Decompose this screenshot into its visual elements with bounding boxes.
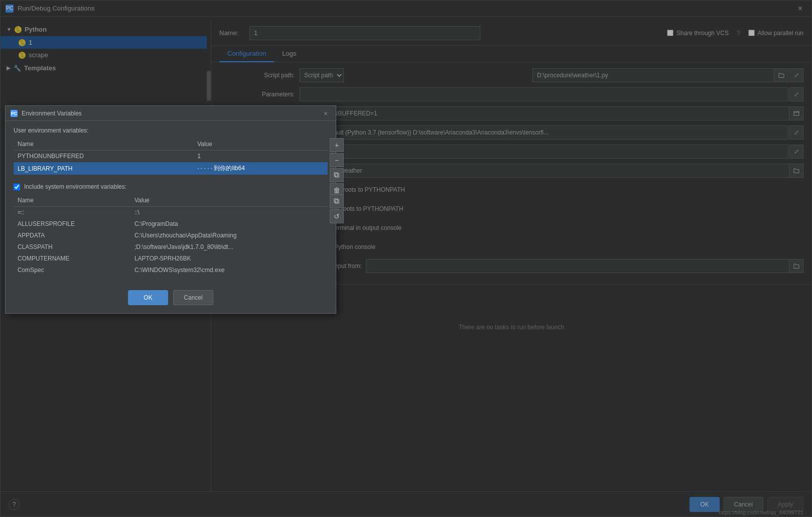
system-table-header-value: Value — [130, 194, 328, 207]
include-system-label: Include system environment variables: — [24, 183, 126, 190]
dialog-body: User environment variables: Name Value P… — [6, 121, 336, 313]
user-add-row-button[interactable]: + — [330, 138, 344, 152]
user-table-header-name: Name — [14, 138, 193, 151]
sys-row-5-value: LAPTOP-5PRH26BK — [130, 253, 328, 265]
dialog-title-bar: PC Environment Variables × — [6, 106, 336, 121]
dialog-title-left: PC Environment Variables — [11, 110, 82, 117]
include-system-checkbox[interactable] — [14, 184, 20, 190]
user-vars-label: User environment variables: — [14, 127, 328, 134]
svg-rect-10 — [334, 173, 338, 176]
sys-row-6-name: ComSpec — [14, 265, 130, 276]
user-table-actions: + − 🗑 — [330, 138, 344, 197]
table-row[interactable]: ComSpec C:\WINDOWS\system32\cmd.exe — [14, 265, 328, 276]
user-row-2-name: LB_LIBRARY_PATH — [14, 162, 193, 175]
table-row[interactable]: LB_LIBRARY_PATH · · · · · 到你的lib64 — [14, 162, 328, 175]
env-variables-dialog: PC Environment Variables × User environm… — [5, 105, 336, 314]
system-table-actions: ↺ — [330, 194, 344, 223]
dialog-buttons: OK Cancel — [14, 284, 328, 307]
sys-row-5-name: COMPUTERNAME — [14, 253, 130, 265]
system-table-header-name: Name — [14, 194, 130, 207]
sys-row-1-name: =:: — [14, 207, 130, 218]
user-table-header-value: Value — [193, 138, 328, 151]
sys-row-1-value: ::\ — [130, 207, 328, 218]
dialog-cancel-button[interactable]: Cancel — [173, 290, 213, 305]
sys-row-2-value: C:\ProgramData — [130, 218, 328, 230]
user-env-table: Name Value PYTHONUNBUFFERED 1 LB_LIBRARY… — [14, 138, 328, 175]
system-table-wrapper: Name Value =:: ::\ ALLUSERSPROFILE C:\Pr… — [14, 194, 328, 276]
system-refresh-button[interactable]: ↺ — [330, 209, 344, 223]
svg-rect-13 — [335, 200, 339, 203]
dialog-title-icon: PC — [11, 110, 18, 117]
dialog-title-text: Environment Variables — [22, 110, 82, 117]
user-remove-row-button[interactable]: − — [330, 153, 344, 167]
dialog-ok-button[interactable]: OK — [128, 290, 168, 305]
sys-row-3-name: APPDATA — [14, 230, 130, 241]
svg-rect-11 — [335, 174, 339, 177]
sys-row-3-value: C:\Users\zhouchao\AppData\Roaming — [130, 230, 328, 241]
user-row-2-value: · · · · · 到你的lib64 — [193, 162, 328, 175]
user-row-1-value: 1 — [193, 151, 328, 162]
svg-rect-12 — [334, 199, 338, 202]
table-row[interactable]: ALLUSERSPROFILE C:\ProgramData — [14, 218, 328, 230]
user-table-wrapper: Name Value PYTHONUNBUFFERED 1 LB_LIBRARY… — [14, 138, 328, 175]
system-copy-button[interactable] — [330, 194, 344, 208]
system-env-table: Name Value =:: ::\ ALLUSERSPROFILE C:\Pr… — [14, 194, 328, 276]
table-row[interactable]: =:: ::\ — [14, 207, 328, 218]
user-copy-row-button[interactable] — [330, 168, 344, 182]
table-row[interactable]: APPDATA C:\Users\zhouchao\AppData\Roamin… — [14, 230, 328, 241]
user-row-1-name: PYTHONUNBUFFERED — [14, 151, 193, 162]
sys-row-6-value: C:\WINDOWS\system32\cmd.exe — [130, 265, 328, 276]
dialog-close-button[interactable]: × — [321, 108, 331, 118]
table-row[interactable]: PYTHONUNBUFFERED 1 — [14, 151, 328, 162]
sys-row-4-value: ;D:\software\Java\jdk1.7.0_80\lib\dt... — [130, 241, 328, 253]
include-system-row: Include system environment variables: — [14, 183, 328, 190]
table-row[interactable]: CLASSPATH ;D:\software\Java\jdk1.7.0_80\… — [14, 241, 328, 253]
sys-row-2-name: ALLUSERSPROFILE — [14, 218, 130, 230]
table-row[interactable]: COMPUTERNAME LAPTOP-5PRH26BK — [14, 253, 328, 265]
sys-row-4-name: CLASSPATH — [14, 241, 130, 253]
